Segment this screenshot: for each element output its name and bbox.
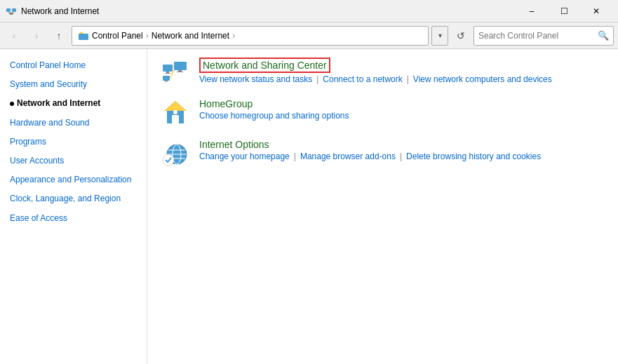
delete-browsing-history-link[interactable]: Delete browsing history and cookies [406,151,541,161]
network-sharing-links: View network status and tasks | Connect … [199,74,552,84]
svg-rect-2 [8,13,14,13]
svg-rect-13 [165,81,168,82]
path-control-panel[interactable]: Control Panel [92,31,143,41]
maximize-button[interactable]: ☐ [548,0,580,22]
sidebar-item-programs[interactable]: Programs [0,133,147,151]
network-sharing-content: Network and Sharing Center View network … [199,58,552,84]
path-icon [78,30,89,41]
title-bar: Network and Internet – ☐ ✕ [0,0,618,22]
active-indicator [10,102,14,106]
svg-rect-7 [165,73,170,74]
choose-homegroup-link[interactable]: Choose homegroup and sharing options [199,111,349,121]
back-button[interactable]: ‹ [4,26,24,46]
sidebar-item-network-internet: Network and Internet [0,94,147,113]
view-network-status-link[interactable]: View network status and tasks [199,74,312,84]
main-area: Control Panel Home System and Security N… [0,49,618,364]
sidebar-item-network-internet-label: Network and Internet [17,97,100,110]
path-sep-2: › [232,31,235,41]
category-network-sharing: Network and Sharing Center View network … [161,58,604,86]
sidebar: Control Panel Home System and Security N… [0,49,147,364]
network-sharing-icon [161,58,189,86]
up-button[interactable]: ↑ [49,26,69,46]
svg-rect-0 [6,8,11,12]
close-button[interactable]: ✕ [580,0,612,22]
content-panel: Network and Sharing Center View network … [147,49,618,364]
window-icon [6,6,17,17]
internet-options-content: Internet Options Change your homepage | … [199,139,541,161]
svg-rect-6 [166,72,169,73]
refresh-button[interactable]: ↺ [451,26,471,46]
path-sep-1: › [146,31,149,41]
svg-rect-5 [163,65,173,72]
category-homegroup: HomeGroup Choose homegroup and sharing o… [161,98,604,126]
svg-rect-8 [174,62,187,70]
address-dropdown[interactable]: ▾ [431,26,448,46]
svg-point-18 [173,110,177,114]
sidebar-item-control-panel-home[interactable]: Control Panel Home [0,56,147,75]
sidebar-item-user-accounts[interactable]: User Accounts [0,151,147,170]
svg-rect-3 [10,13,13,15]
homegroup-icon [161,98,189,126]
sidebar-item-system-security[interactable]: System and Security [0,75,147,94]
svg-point-24 [163,154,174,166]
homegroup-content: HomeGroup Choose homegroup and sharing o… [199,98,349,121]
sidebar-item-clock[interactable]: Clock, Language, and Region [0,189,147,208]
window-title: Network and Internet [21,6,516,16]
svg-rect-10 [177,72,183,72]
svg-line-11 [173,66,174,67]
sidebar-item-appearance[interactable]: Appearance and Personalization [0,170,147,189]
svg-rect-12 [163,76,170,81]
link-sep-3: | [294,151,296,161]
homegroup-links: Choose homegroup and sharing options [199,111,349,121]
search-box: 🔍 [473,26,614,46]
internet-options-icon [161,139,189,167]
view-network-computers-link[interactable]: View network computers and devices [413,74,552,84]
minimize-button[interactable]: – [516,0,548,22]
search-input[interactable] [474,27,593,45]
link-sep-4: | [400,151,402,161]
category-internet-options: Internet Options Change your homepage | … [161,139,604,167]
connect-to-network-link[interactable]: Connect to a network [323,74,402,84]
homegroup-title[interactable]: HomeGroup [199,98,349,109]
svg-rect-4 [79,34,88,40]
svg-rect-9 [178,70,182,72]
link-sep-1: | [316,74,318,84]
link-sep-2: | [407,74,409,84]
manage-addons-link[interactable]: Manage browser add-ons [300,151,396,161]
address-bar: ‹ › ↑ Control Panel › Network and Intern… [0,22,618,49]
sidebar-item-ease[interactable]: Ease of Access [0,209,147,228]
svg-rect-1 [12,8,16,12]
forward-button[interactable]: › [27,26,46,46]
path-network-internet[interactable]: Network and Internet [152,31,229,41]
sidebar-item-hardware-sound[interactable]: Hardware and Sound [0,114,147,133]
search-button[interactable]: 🔍 [593,26,613,46]
change-homepage-link[interactable]: Change your homepage [199,151,290,161]
svg-marker-16 [164,101,187,111]
internet-options-title[interactable]: Internet Options [199,139,541,150]
address-path[interactable]: Control Panel › Network and Internet › [72,26,429,46]
network-sharing-title[interactable]: Network and Sharing Center [199,58,330,73]
svg-rect-17 [172,115,179,123]
internet-options-links: Change your homepage | Manage browser ad… [199,151,541,161]
window-controls: – ☐ ✕ [516,0,612,22]
